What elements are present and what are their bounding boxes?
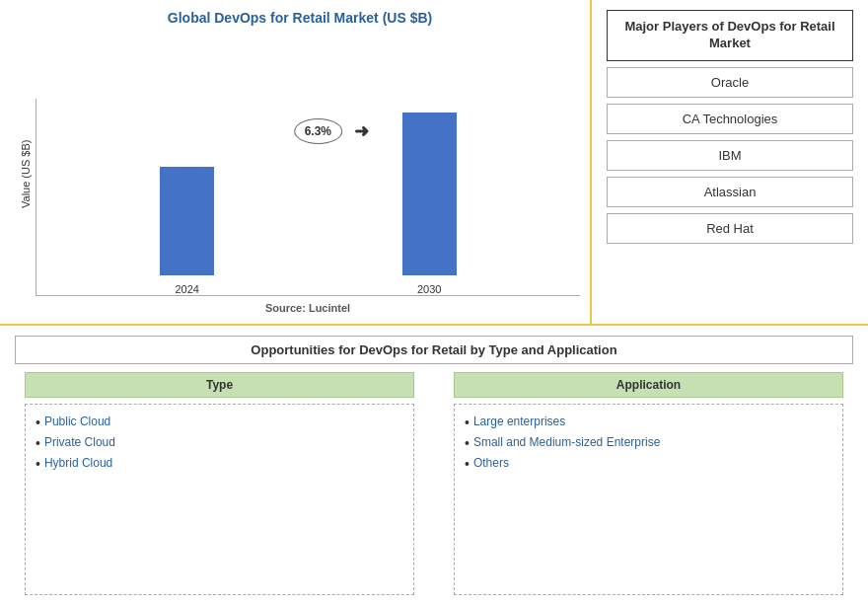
app-item-sme: • Small and Medium-sized Enterprise xyxy=(465,433,832,454)
type-item-label-2: Private Cloud xyxy=(44,435,115,449)
bars-container: 6.3% ➜ 2024 2030 xyxy=(36,99,580,296)
player-ibm: IBM xyxy=(607,140,853,171)
major-players-area: Major Players of DevOps for Retail Marke… xyxy=(592,0,868,324)
opportunities-title: Opportunities for DevOps for Retail by T… xyxy=(15,336,853,364)
bullet-4: • xyxy=(465,415,470,431)
app-item-label-2: Small and Medium-sized Enterprise xyxy=(473,435,660,449)
chart-area: Global DevOps for Retail Market (US $B) … xyxy=(0,0,592,324)
cagr-annotation: 6.3% ➜ xyxy=(294,118,342,144)
opportunities-content: Type • Public Cloud • Private Cloud • Hy… xyxy=(15,372,853,595)
type-item-label-1: Public Cloud xyxy=(44,415,110,428)
bullet-2: • xyxy=(36,435,40,452)
app-item-label-1: Large enterprises xyxy=(473,415,565,428)
major-players-title: Major Players of DevOps for Retail Marke… xyxy=(607,10,853,61)
bar-group-2024: 2024 xyxy=(160,167,214,295)
page-container: Global DevOps for Retail Market (US $B) … xyxy=(0,0,868,605)
chart-inner: Value (US $B) 6.3% ➜ 202 xyxy=(20,34,580,314)
bottom-section: Opportunities for DevOps for Retail by T… xyxy=(0,326,868,605)
bar-label-2024: 2024 xyxy=(176,283,199,295)
source-text: Source: Lucintel xyxy=(36,302,580,314)
bar-label-2030: 2030 xyxy=(417,283,441,295)
type-column: Type • Public Cloud • Private Cloud • Hy… xyxy=(25,372,414,595)
player-oracle: Oracle xyxy=(607,67,853,98)
type-header: Type xyxy=(25,372,414,398)
cagr-value: 6.3% xyxy=(305,124,331,138)
type-list-box: • Public Cloud • Private Cloud • Hybrid … xyxy=(25,404,414,595)
bullet-1: • xyxy=(36,415,40,431)
bullet-5: • xyxy=(465,435,470,452)
y-axis-label: Value (US $B) xyxy=(20,34,32,314)
type-item-private-cloud: • Private Cloud xyxy=(36,433,403,454)
application-column: Application • Large enterprises • Small … xyxy=(454,372,843,595)
app-item-label-3: Others xyxy=(473,456,509,470)
top-section: Global DevOps for Retail Market (US $B) … xyxy=(0,0,868,326)
chart-title: Global DevOps for Retail Market (US $B) xyxy=(20,10,580,26)
player-ca-technologies: CA Technologies xyxy=(607,104,853,134)
application-list-box: • Large enterprises • Small and Medium-s… xyxy=(454,404,843,595)
bar-2030 xyxy=(402,113,457,275)
bar-group-2030: 2030 xyxy=(402,113,457,295)
cagr-bubble: 6.3% ➜ xyxy=(294,118,342,144)
app-item-others: • Others xyxy=(465,454,832,475)
player-red-hat: Red Hat xyxy=(607,213,853,244)
app-item-large: • Large enterprises xyxy=(465,413,832,433)
bullet-6: • xyxy=(465,456,470,473)
type-item-public-cloud: • Public Cloud xyxy=(36,413,403,433)
cagr-arrow: ➜ xyxy=(354,120,369,142)
type-item-hybrid-cloud: • Hybrid Cloud xyxy=(36,454,403,475)
bar-2024 xyxy=(160,167,214,275)
type-item-label-3: Hybrid Cloud xyxy=(44,456,112,470)
player-atlassian: Atlassian xyxy=(607,177,853,207)
bullet-3: • xyxy=(36,456,40,473)
application-header: Application xyxy=(454,372,843,398)
chart-plot: 6.3% ➜ 2024 2030 xyxy=(36,34,580,314)
